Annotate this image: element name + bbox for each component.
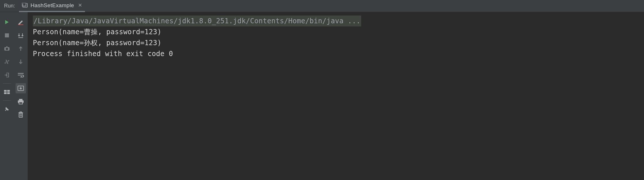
console-line: Person(name=孙权, password=123): [33, 37, 644, 48]
console-toolbar: [14, 12, 28, 180]
svg-rect-11: [4, 92, 7, 94]
rerun-button[interactable]: [2, 17, 12, 27]
svg-rect-14: [18, 37, 23, 38]
console-output[interactable]: /Library/Java/JavaVirtualMachines/jdk1.8…: [28, 12, 644, 180]
svg-rect-0: [23, 3, 27, 7]
console-line: Process finished with exit code 0: [33, 48, 644, 59]
svg-rect-18: [19, 102, 22, 104]
left-toolbar: [0, 12, 14, 180]
separator: [3, 83, 11, 84]
svg-rect-13: [18, 24, 23, 25]
stop-button[interactable]: [2, 30, 12, 41]
edit-run-config-button[interactable]: [16, 17, 26, 27]
scroll-to-end-button[interactable]: [16, 83, 26, 93]
run-tab-label: HashSetExample: [31, 2, 74, 9]
svg-rect-10: [7, 90, 10, 92]
down-stack-icon[interactable]: [16, 57, 26, 67]
run-label: Run:: [3, 3, 19, 9]
run-tool-window-header: Run: HashSetExample ✕: [0, 0, 644, 12]
soft-wrap-button[interactable]: [16, 70, 26, 80]
clear-all-button[interactable]: [16, 110, 26, 120]
run-tool-window-body: /Library/Java/JavaVirtualMachines/jdk1.8…: [0, 12, 644, 180]
svg-rect-6: [6, 46, 7, 47]
run-config-icon: [22, 3, 28, 8]
run-tab[interactable]: HashSetExample ✕: [19, 0, 85, 12]
svg-rect-12: [7, 92, 10, 94]
svg-rect-19: [19, 113, 22, 117]
svg-rect-3: [5, 33, 9, 37]
svg-point-7: [5, 62, 6, 64]
up-stack-icon[interactable]: [16, 43, 26, 54]
attach-debugger-button[interactable]: [2, 57, 12, 67]
close-icon[interactable]: ✕: [78, 2, 82, 8]
svg-rect-16: [19, 99, 22, 100]
svg-point-5: [6, 48, 8, 50]
separator: [3, 100, 11, 101]
svg-rect-9: [4, 90, 7, 92]
dump-threads-button[interactable]: [2, 43, 12, 54]
pin-button[interactable]: [2, 104, 12, 114]
exit-button[interactable]: [2, 70, 12, 80]
svg-point-8: [8, 60, 9, 61]
layout-button[interactable]: [2, 87, 12, 97]
toggle-wrap-icon[interactable]: [16, 30, 26, 41]
console-line: Person(name=曹操, password=123): [33, 26, 644, 37]
console-command-line: /Library/Java/JavaVirtualMachines/jdk1.8…: [33, 16, 361, 26]
print-button[interactable]: [16, 96, 26, 107]
